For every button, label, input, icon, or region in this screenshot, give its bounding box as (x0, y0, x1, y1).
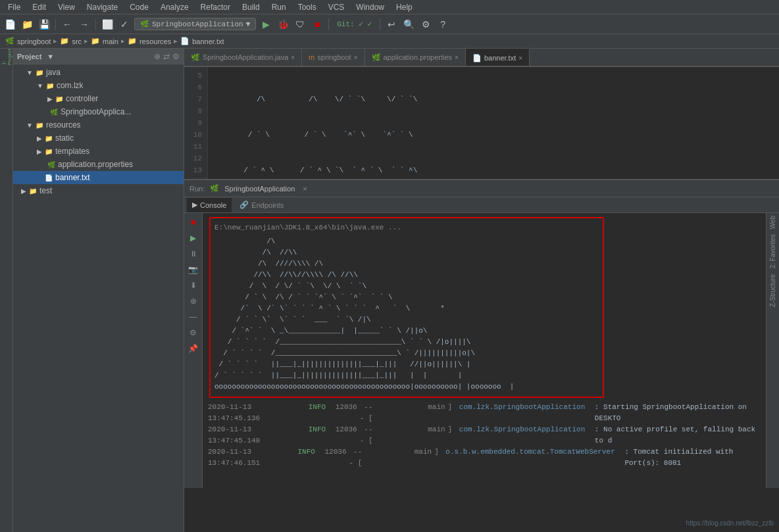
add-config-button[interactable]: ✓ (117, 17, 132, 32)
run-button[interactable]: ▶ (259, 17, 273, 32)
run-bar-close[interactable]: × (303, 185, 307, 193)
project-rail-icon[interactable]: 1: Project (1, 51, 13, 63)
tree-item-java[interactable]: ▼ 📁 java (13, 66, 184, 79)
structure-rail-label[interactable]: Z-Structure (769, 274, 776, 307)
line-num-5: 5 (189, 70, 202, 82)
scroll-to-end-btn[interactable]: ⬇ (187, 279, 200, 292)
line-num-6: 6 (189, 82, 202, 93)
tab-close-springboot[interactable]: × (354, 54, 358, 61)
tree-item-resources[interactable]: ▼ 📁 resources (13, 118, 184, 132)
tree-item-comlzk[interactable]: ▼ 📁 com.lzk (13, 79, 184, 92)
menu-file[interactable]: File (3, 1, 26, 13)
menu-vcs[interactable]: VCS (323, 1, 350, 13)
folder-icon-java: 📁 (36, 69, 43, 76)
spring-run-icon: 🌿 (210, 184, 219, 193)
breadcrumb-src[interactable]: src (72, 37, 82, 45)
console-header: E:\new_ruanjian\JDK1.8_x64\bin\java.exe … (214, 222, 599, 233)
menu-view[interactable]: View (53, 1, 80, 13)
tab-springboot[interactable]: m springboot × (302, 49, 364, 66)
menu-window[interactable]: Window (351, 1, 390, 13)
menu-navigate[interactable]: Navigate (82, 1, 123, 13)
breadcrumb-file-icon: 📄 (180, 37, 189, 45)
tab-endpoints[interactable]: 🔗 Endpoints (234, 198, 289, 212)
breadcrumb-resources[interactable]: resources (139, 37, 171, 45)
settings-button[interactable]: ⚙ (418, 17, 433, 32)
panel-add-btn[interactable]: ⊕ (154, 52, 161, 61)
breadcrumb-banner[interactable]: banner.txt (192, 37, 224, 45)
tree-label-springbootapp: SpringbootApplica... (61, 107, 131, 116)
line-num-10: 10 (189, 129, 202, 141)
tab-springbootapp[interactable]: 🌿 SpringbootApplication.java × (184, 49, 302, 66)
tab-close-banner[interactable]: × (518, 55, 522, 62)
tab-label-appprops: application.properties (384, 53, 453, 61)
panel-settings-btn[interactable]: ⚙ (172, 52, 180, 61)
panel-dropdown-icon[interactable]: ▼ (47, 53, 54, 60)
tree-item-controller[interactable]: ▶ 📁 controller (13, 92, 184, 105)
cog-btn[interactable]: ⚙ (187, 326, 200, 339)
tree-item-templates[interactable]: ▶ 📁 templates (13, 145, 184, 158)
find-button[interactable]: 🔍 (401, 17, 416, 32)
stop-process-button[interactable]: ■ (187, 216, 200, 229)
run-with-coverage-button[interactable]: 🛡 (293, 17, 307, 32)
tab-banner[interactable]: 📄 banner.txt × (466, 49, 530, 66)
menu-code[interactable]: Code (124, 1, 154, 13)
add-btn[interactable]: ⊕ (187, 295, 200, 308)
endpoints-icon: 🔗 (239, 201, 249, 209)
pause-button[interactable]: ⏸ (187, 247, 200, 260)
menu-build[interactable]: Build (237, 1, 265, 13)
pin-btn[interactable]: 📌 (187, 342, 200, 355)
menu-refactor[interactable]: Refactor (195, 1, 236, 13)
menu-analyze[interactable]: Analyze (155, 1, 194, 13)
screenshot-btn[interactable]: 📷 (187, 263, 200, 276)
help-button[interactable]: ? (436, 17, 450, 32)
tree-item-static[interactable]: ▶ 📁 static (13, 132, 184, 145)
tab-console[interactable]: ▶ Console (187, 198, 232, 212)
console-output[interactable]: E:\new_ruanjian\JDK1.8_x64\bin\java.exe … (203, 213, 766, 488)
code-area[interactable]: /\ /\ \/ ` `\ \/ ` `\ / ` \ / ` \ `^` \ … (208, 67, 779, 179)
tree-item-springbootapp[interactable]: 🌿 SpringbootApplica... (13, 105, 184, 118)
favorites-rail-label[interactable]: 2: Favorites (769, 234, 776, 268)
menu-help[interactable]: Help (391, 1, 418, 13)
tree-label-test: test (39, 186, 52, 195)
left-rail: 1: Project (0, 49, 13, 532)
menu-run[interactable]: Run (266, 1, 291, 13)
run-config-window-button[interactable]: ⬜ (100, 17, 114, 32)
tree-label-banner: banner.txt (55, 173, 90, 182)
run-config-display: SpringbootApplication (224, 185, 295, 193)
menu-tools[interactable]: Tools (293, 1, 322, 13)
main-layout: 1: Project Project ▼ ⊕ ⇄ ⚙ ▼ 📁 java ▼ (0, 49, 779, 532)
open-button[interactable]: 📁 (20, 17, 34, 32)
tab-close-springbootapp[interactable]: × (291, 54, 295, 61)
tree-item-appprops[interactable]: 🌿 application.properties (13, 158, 184, 171)
line-num-12: 12 (189, 153, 202, 164)
console-tab-label: Console (200, 201, 226, 209)
tab-close-appprops[interactable]: × (455, 54, 459, 61)
run-config-selector[interactable]: 🌿 SpringbootApplication ▼ (134, 18, 256, 30)
menu-edit[interactable]: Edit (27, 1, 51, 13)
stop-button[interactable]: ■ (310, 17, 324, 32)
tree-item-test[interactable]: ▶ 📁 test (13, 184, 184, 197)
log-pid-3: 12036 (324, 447, 346, 469)
tree-item-banner[interactable]: 📄 banner.txt (13, 171, 184, 184)
web-rail-label[interactable]: Web (769, 216, 776, 229)
breadcrumb-springboot[interactable]: 🌿 (5, 37, 14, 45)
debug-button[interactable]: 🐞 (276, 17, 290, 32)
forward-button[interactable]: → (77, 17, 91, 32)
new-file-button[interactable]: 📄 (3, 17, 17, 32)
dropdown-icon: ▼ (246, 20, 251, 28)
save-button[interactable]: 💾 (37, 17, 51, 32)
breadcrumb-folder2-icon: 📁 (91, 37, 100, 45)
spring-icon-props: 🌿 (47, 161, 55, 168)
back-button[interactable]: ← (60, 17, 74, 32)
undo-button[interactable]: ↩ (384, 17, 399, 32)
fold-btn[interactable]: — (187, 310, 200, 324)
folder-icon-test: 📁 (29, 187, 37, 195)
breadcrumb-project[interactable]: springboot (17, 37, 51, 45)
console-box: E:\new_ruanjian\JDK1.8_x64\bin\java.exe … (209, 217, 604, 398)
rerun-button[interactable]: ▶ (187, 231, 200, 245)
tab-appprops[interactable]: 🌿 application.properties × (365, 49, 466, 66)
folder-icon-templates: 📁 (45, 148, 53, 155)
breadcrumb-main[interactable]: main (103, 37, 118, 45)
log-msg-1: : Starting SpringbootApplication on DESK… (595, 402, 761, 424)
panel-sync-btn[interactable]: ⇄ (163, 52, 170, 61)
